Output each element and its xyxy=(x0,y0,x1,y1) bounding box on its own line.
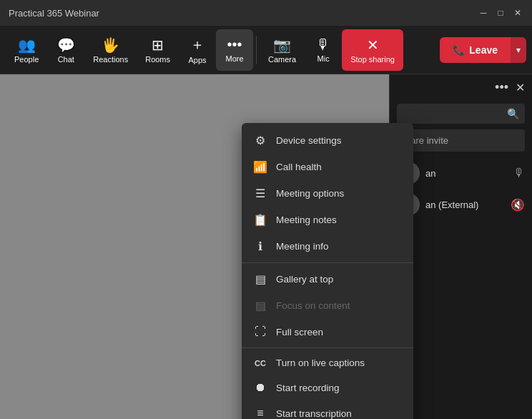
minimize-button[interactable]: ─ xyxy=(478,7,489,19)
menu-separator xyxy=(242,347,413,348)
gear-icon: ⚙ xyxy=(253,134,267,147)
stop-sharing-label: Stop sharing xyxy=(350,55,395,64)
menu-item-gallery-top[interactable]: ▤ Gallery at top xyxy=(242,266,413,292)
menu-item-start-transcription[interactable]: ≡ Start transcription xyxy=(242,400,413,419)
focus-content-label: Focus on content xyxy=(276,300,350,311)
chevron-down-icon: ▾ xyxy=(516,45,521,55)
search-bar[interactable]: 🔍 xyxy=(397,104,525,124)
participant-name: an (External) xyxy=(425,199,505,210)
info-icon: ℹ xyxy=(253,240,267,253)
reactions-icon: 🖐 xyxy=(102,36,119,54)
panel-options-button[interactable]: ••• xyxy=(495,80,508,95)
close-button[interactable]: ✕ xyxy=(512,7,523,19)
toolbar-divider xyxy=(256,36,257,64)
toolbar-item-mic[interactable]: 🎙 Mic xyxy=(305,29,342,71)
toolbar-item-reactions[interactable]: 🖐 Reactions xyxy=(84,29,137,71)
more-dropdown-menu: ⚙ Device settings 📶 Call health ☰ Meetin… xyxy=(242,123,413,419)
reactions-label: Reactions xyxy=(93,55,128,64)
toolbar-item-rooms[interactable]: ⊞ Rooms xyxy=(137,29,179,71)
share-invite-button[interactable]: hare invite xyxy=(397,129,525,152)
rooms-icon: ⊞ xyxy=(152,36,164,54)
focus-icon: ▤ xyxy=(253,299,267,312)
full-screen-label: Full screen xyxy=(276,327,323,337)
chat-label: Chat xyxy=(58,55,74,64)
fullscreen-icon: ⛶ xyxy=(253,325,267,338)
rooms-label: Rooms xyxy=(145,55,170,64)
right-panel-header: ••• ✕ xyxy=(390,74,532,101)
record-icon: ⏺ xyxy=(253,381,267,394)
mic-label: Mic xyxy=(317,54,330,63)
menu-item-live-captions[interactable]: CC Turn on live captions xyxy=(242,351,413,375)
start-recording-label: Start recording xyxy=(276,383,340,393)
people-icon: 👥 xyxy=(18,36,36,54)
captions-icon: CC xyxy=(253,359,267,368)
window-title: Practical 365 Webinar xyxy=(9,8,99,19)
call-health-label: Call health xyxy=(276,162,322,172)
leave-label: Leave xyxy=(469,44,498,56)
menu-item-device-settings[interactable]: ⚙ Device settings xyxy=(242,127,413,154)
live-captions-label: Turn on live captions xyxy=(276,358,365,368)
main-content: ••• ✕ 🔍 hare invite A an 🎙 A an (Externa… xyxy=(0,74,532,419)
menu-item-focus-content: ▤ Focus on content xyxy=(242,292,413,319)
menu-separator xyxy=(242,262,413,263)
leave-button[interactable]: 📞 Leave xyxy=(440,37,511,63)
menu-item-meeting-options[interactable]: ☰ Meeting options xyxy=(242,180,413,207)
gallery-icon: ▤ xyxy=(253,272,267,286)
toolbar-nav-items: 👥 People 💬 Chat 🖐 Reactions ⊞ Rooms ＋ Ap… xyxy=(6,29,253,71)
phone-icon: 📞 xyxy=(453,44,465,56)
title-bar: Practical 365 Webinar ─ □ ✕ xyxy=(0,0,532,26)
participant-name: an xyxy=(425,168,508,179)
toolbar-item-apps[interactable]: ＋ Apps xyxy=(179,29,216,71)
more-label: More xyxy=(226,54,244,63)
search-icon: 🔍 xyxy=(507,108,519,119)
camera-label: Camera xyxy=(268,55,296,64)
camera-icon: 📷 xyxy=(273,36,291,54)
people-label: People xyxy=(14,55,39,64)
toolbar-item-chat[interactable]: 💬 Chat xyxy=(47,29,84,71)
panel-close-button[interactable]: ✕ xyxy=(516,81,525,94)
mic-status-icon: 🎙 xyxy=(513,167,525,179)
mic-icon: 🎙 xyxy=(316,36,330,53)
start-transcription-label: Start transcription xyxy=(276,408,352,419)
maximize-button[interactable]: □ xyxy=(495,7,506,19)
chat-icon: 💬 xyxy=(57,36,75,54)
toolbar: 👥 People 💬 Chat 🖐 Reactions ⊞ Rooms ＋ Ap… xyxy=(0,26,532,74)
menu-item-meeting-notes[interactable]: 📋 Meeting notes xyxy=(242,207,413,233)
meeting-notes-label: Meeting notes xyxy=(276,215,337,225)
toolbar-item-more[interactable]: ••• More xyxy=(216,29,253,71)
leave-button-group: 📞 Leave ▾ xyxy=(440,37,526,63)
leave-dropdown-button[interactable]: ▾ xyxy=(511,37,526,63)
call-health-icon: 📶 xyxy=(253,160,267,174)
mic-muted-icon: 🔇 xyxy=(511,198,525,212)
menu-item-start-recording[interactable]: ⏺ Start recording xyxy=(242,375,413,400)
meeting-options-icon: ☰ xyxy=(253,187,267,200)
meeting-notes-icon: 📋 xyxy=(253,213,267,227)
menu-item-meeting-info[interactable]: ℹ Meeting info xyxy=(242,233,413,260)
stop-sharing-icon: ✕ xyxy=(367,36,379,54)
more-icon: ••• xyxy=(227,36,242,53)
meeting-info-label: Meeting info xyxy=(276,241,329,252)
apps-label: Apps xyxy=(188,56,206,64)
window-controls: ─ □ ✕ xyxy=(478,7,523,19)
menu-item-full-screen[interactable]: ⛶ Full screen xyxy=(242,319,413,345)
device-settings-label: Device settings xyxy=(276,135,342,146)
toolbar-item-stop-sharing[interactable]: ✕ Stop sharing xyxy=(342,29,403,71)
apps-icon: ＋ xyxy=(190,35,205,54)
toolbar-item-camera[interactable]: 📷 Camera xyxy=(260,29,305,71)
toolbar-item-people[interactable]: 👥 People xyxy=(6,29,47,71)
gallery-top-label: Gallery at top xyxy=(276,274,333,285)
menu-item-call-health[interactable]: 📶 Call health xyxy=(242,154,413,180)
meeting-options-label: Meeting options xyxy=(276,188,344,199)
transcription-icon: ≡ xyxy=(253,407,267,419)
